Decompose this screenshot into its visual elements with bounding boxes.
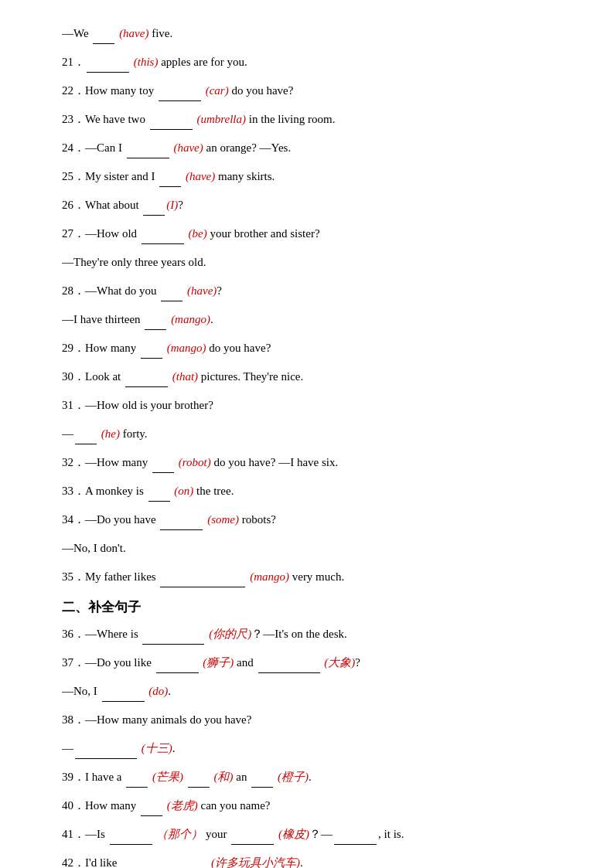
hint-q37b: (大象) (324, 656, 355, 669)
hint-q39c: (橙子) (278, 771, 309, 783)
hint-q41b: (橡皮) (278, 828, 309, 840)
blank-q38b (75, 758, 137, 759)
blank-q25 (159, 186, 181, 187)
blank-q41b (231, 844, 274, 845)
blank-q28 (161, 301, 182, 301)
q34-line: 34．—Do you have (some) robots? (62, 509, 568, 530)
q31b-line: — (he) forty. (62, 424, 568, 444)
blank-q26 (143, 215, 165, 216)
blank-q30 (125, 386, 168, 387)
blank-intro (93, 43, 114, 44)
hint-q40: (老虎) (167, 799, 198, 812)
q22-line: 22．How many toy (car) do you have? (62, 80, 568, 101)
q38-line: 38．—How many animals do you have? (62, 710, 568, 730)
hint-q27: (be) (189, 227, 207, 240)
blank-q27 (142, 243, 184, 244)
hint-q30: (that) (172, 370, 198, 383)
hint-q29: (mango) (167, 342, 206, 354)
q37c-line: —No, I (do). (62, 681, 568, 702)
q25-line: 25．My sister and I (have) many skirts. (62, 166, 568, 187)
q26-line: 26．What about (I)? (62, 195, 568, 216)
hint-intro: (have) (119, 27, 148, 39)
hint-q28b: (mango) (171, 313, 210, 325)
q37-line: 37．—Do you like (狮子) and (大象)? (62, 652, 568, 673)
hint-q38b: (十三) (142, 742, 172, 754)
q28b-line: —I have thirteen (mango). (62, 309, 568, 330)
blank-q37b (258, 672, 320, 673)
q32-line: 32．—How many (robot) do you have? —I hav… (62, 452, 568, 473)
q24-line: 24．—Can I (have) an orange? —Yes. (62, 138, 568, 158)
section-2-title: 二、补全句子 (62, 598, 568, 616)
q35-line: 35．My father likes (mango) very much. (62, 567, 568, 587)
q21-line: 21． (this) apples are for you. (62, 52, 568, 73)
hint-q22: (car) (206, 84, 229, 97)
q41-line: 41．—Is （那个） your (橡皮)？—, it is. (62, 824, 568, 845)
hint-q39b: (和) (213, 771, 233, 783)
q33-line: 33．A monkey is (on) the tree. (62, 481, 568, 502)
hint-q33: (on) (174, 485, 193, 497)
blank-q31b (75, 444, 97, 444)
q27b-line: —They're only three years old. (62, 252, 568, 273)
hint-q42: (许多玩具小汽车) (211, 856, 300, 868)
q28-line: 28．—What do you (have)? (62, 281, 568, 301)
hint-q36: (你的尺) (209, 628, 251, 640)
q42-line: 42．I'd like (许多玩具小汽车). (62, 853, 568, 868)
blank-q34 (160, 529, 203, 530)
blank-q36 (142, 644, 204, 645)
hint-q37c: (do) (148, 685, 168, 697)
blank-q35 (160, 587, 245, 587)
blank-q40 (141, 815, 162, 816)
q27-line: 27．—How old (be) your brother and sister… (62, 223, 568, 244)
q34b-line: —No, I don't. (62, 538, 568, 559)
hint-q32: (robot) (179, 456, 211, 468)
q39-line: 39．I have a (芒果) (和) an (橙子). (62, 767, 568, 788)
hint-q25: (have) (186, 170, 215, 182)
hint-q24: (have) (173, 141, 203, 154)
q23-line: 23．We have two (umbrella) in the living … (62, 109, 568, 130)
blank-q41a (110, 844, 152, 845)
hint-q34: (some) (207, 513, 239, 526)
q30-line: 30．Look at (that) pictures. They're nice… (62, 366, 568, 387)
q40-line: 40．How many (老虎) can you name? (62, 795, 568, 816)
blank-q37c (102, 701, 145, 702)
hint-q31b: (he) (101, 427, 120, 440)
blank-q37a (156, 672, 199, 673)
hint-q28: (have) (187, 284, 217, 297)
q29-line: 29．How many (mango) do you have? (62, 338, 568, 359)
blank-q32 (152, 472, 174, 473)
blank-q33 (148, 501, 170, 502)
blank-q28b (145, 329, 166, 330)
hint-q26: (I) (166, 199, 178, 211)
blank-q39c (251, 787, 273, 788)
hint-q35: (mango) (250, 570, 289, 583)
blank-q24 (127, 158, 169, 158)
hint-q39a: (芒果) (152, 771, 183, 783)
blank-q29 (141, 358, 162, 359)
blank-q23 (150, 129, 193, 130)
q31-line: 31．—How old is your brother? (62, 395, 568, 416)
intro-line: —We (have) five. (62, 23, 568, 44)
hint-q23: (umbrella) (196, 113, 246, 125)
blank-q41c (334, 844, 377, 845)
q38b-line: — (十三). (62, 738, 568, 759)
q36-line: 36．—Where is (你的尺)？—It's on the desk. (62, 624, 568, 645)
blank-q39a (126, 787, 148, 788)
blank-q21 (87, 72, 129, 73)
page-content: —We (have) five. 21． (this) apples are f… (62, 23, 568, 868)
hint-q41a: （那个） (156, 828, 203, 840)
hint-q37a: (狮子) (203, 656, 234, 669)
blank-q39b (188, 787, 210, 788)
blank-q22 (159, 100, 201, 101)
hint-q21: (this) (134, 56, 159, 68)
